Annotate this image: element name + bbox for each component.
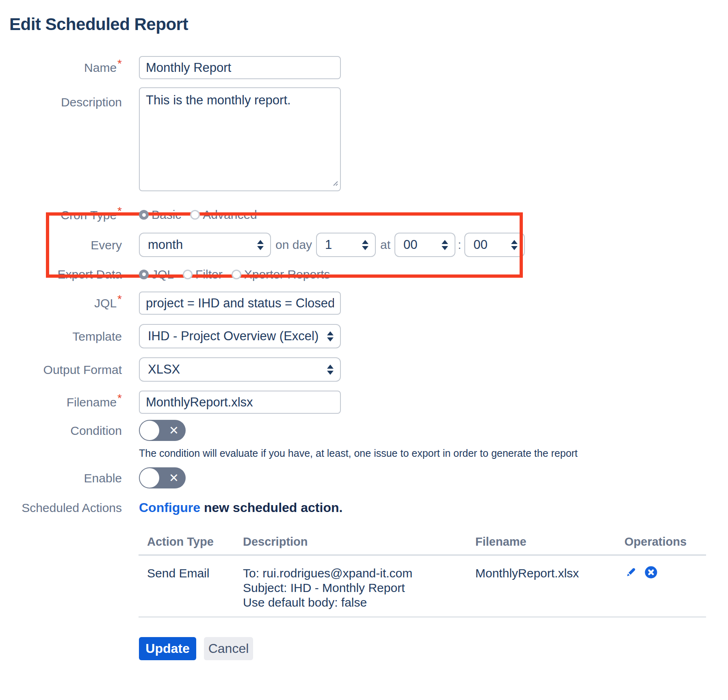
template-row: Template IHD - Project Overview (Excel) xyxy=(0,324,728,348)
select-stepper-icon xyxy=(327,331,334,341)
required-asterisk: * xyxy=(117,57,122,70)
cron-type-row: Cron Type* Basic Advanced xyxy=(0,207,728,222)
update-button[interactable]: Update xyxy=(139,637,196,660)
description-line: To: rui.rodrigues@xpand-it.com xyxy=(243,566,475,581)
export-data-row: Export Data JQL Filter Xporter Reports xyxy=(0,267,728,282)
resize-grip-icon[interactable] xyxy=(332,180,338,188)
radio-unselected-icon[interactable] xyxy=(183,270,193,279)
name-row: Name* xyxy=(0,56,728,79)
configure-link[interactable]: Configure xyxy=(139,500,200,515)
enable-toggle-off[interactable] xyxy=(139,467,186,488)
description-line: Subject: IHD - Monthly Report xyxy=(243,581,475,595)
delete-x-circle-icon[interactable] xyxy=(645,566,657,582)
required-asterisk: * xyxy=(117,293,122,305)
filename-row: Filename* xyxy=(0,391,728,414)
radio-selected-icon[interactable] xyxy=(139,270,149,279)
select-stepper-icon xyxy=(511,240,518,250)
description-row: Description This is the monthly report. xyxy=(0,87,728,191)
radio-selected-icon[interactable] xyxy=(139,210,149,220)
filename-input[interactable] xyxy=(139,391,341,414)
template-select[interactable]: IHD - Project Overview (Excel) xyxy=(139,324,341,348)
output-format-label: Output Format xyxy=(0,362,122,377)
edit-pencil-icon[interactable] xyxy=(624,566,637,581)
output-format-row: Output Format XLSX xyxy=(0,357,728,382)
export-option-filter[interactable]: Filter xyxy=(183,268,223,281)
configure-text: new scheduled action. xyxy=(204,500,342,515)
every-row: Every month on day 1 at 00 : 00 xyxy=(0,233,728,257)
cell-description: To: rui.rodrigues@xpand-it.com Subject: … xyxy=(243,566,475,610)
table-row: Send Email To: rui.rodrigues@xpand-it.co… xyxy=(139,556,706,618)
edit-scheduled-report-page: Edit Scheduled Report Name* Description … xyxy=(0,15,728,700)
select-stepper-icon xyxy=(442,240,448,250)
select-stepper-icon xyxy=(362,240,368,250)
cell-action-type: Send Email xyxy=(139,566,243,610)
scheduled-actions-table: Action Type Description Filename Operati… xyxy=(139,536,706,618)
required-asterisk: * xyxy=(117,392,122,404)
time-separator: : xyxy=(458,238,461,252)
cron-type-option-basic[interactable]: Basic xyxy=(139,208,181,222)
output-format-select[interactable]: XLSX xyxy=(139,357,341,382)
description-line: Use default body: false xyxy=(243,595,475,610)
select-stepper-icon xyxy=(257,240,264,250)
export-option-xporter-reports[interactable]: Xporter Reports xyxy=(232,268,330,281)
table-header-row: Action Type Description Filename Operati… xyxy=(139,536,706,556)
enable-label: Enable xyxy=(0,471,122,486)
export-data-label: Export Data xyxy=(0,267,122,282)
condition-help-text: The condition will evaluate if you have,… xyxy=(139,447,578,459)
radio-unselected-icon[interactable] xyxy=(190,210,200,220)
export-option-jql[interactable]: JQL xyxy=(139,268,174,281)
cell-operations xyxy=(624,566,706,610)
jql-input[interactable] xyxy=(139,292,341,315)
jql-label: JQL* xyxy=(0,296,122,311)
interval-select[interactable]: month xyxy=(139,233,271,257)
select-stepper-icon xyxy=(327,365,334,375)
radio-unselected-icon[interactable] xyxy=(232,270,241,279)
required-asterisk: * xyxy=(117,205,122,217)
name-input[interactable] xyxy=(139,56,341,79)
description-label: Description xyxy=(0,87,122,110)
condition-label: Condition xyxy=(0,420,122,438)
cell-filename: MonthlyReport.xlsx xyxy=(475,566,624,610)
name-label: Name* xyxy=(0,60,122,75)
hour-select[interactable]: 00 xyxy=(394,233,455,257)
day-select[interactable]: 1 xyxy=(316,233,376,257)
header-description: Description xyxy=(243,536,475,548)
condition-toggle-off[interactable] xyxy=(139,420,186,441)
header-action-type: Action Type xyxy=(139,536,243,548)
every-label: Every xyxy=(0,238,122,253)
enable-row: Enable xyxy=(0,467,728,488)
scheduled-actions-row: Scheduled Actions Configure new schedule… xyxy=(0,500,728,515)
cron-type-option-advanced[interactable]: Advanced xyxy=(190,208,257,222)
page-title: Edit Scheduled Report xyxy=(9,15,728,34)
on-day-text: on day xyxy=(275,238,312,252)
header-operations: Operations xyxy=(624,536,706,548)
scheduled-actions-label: Scheduled Actions xyxy=(0,500,122,515)
condition-row: Condition The condition will evaluate if… xyxy=(0,420,728,459)
cancel-button[interactable]: Cancel xyxy=(204,637,253,660)
jql-row: JQL* xyxy=(0,292,728,315)
minute-select[interactable]: 00 xyxy=(464,233,525,257)
description-textarea[interactable]: This is the monthly report. xyxy=(139,87,341,191)
form-buttons: Update Cancel xyxy=(139,637,728,660)
at-text: at xyxy=(380,238,390,252)
header-filename: Filename xyxy=(475,536,624,548)
filename-label: Filename* xyxy=(0,395,122,410)
template-label: Template xyxy=(0,329,122,344)
cron-type-label: Cron Type* xyxy=(0,207,122,223)
